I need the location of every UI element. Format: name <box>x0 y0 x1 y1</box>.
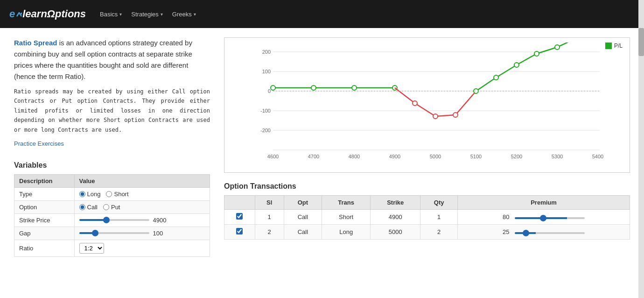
col-qty: Qty <box>420 196 458 210</box>
gap-slider-container: 100 <box>79 230 205 237</box>
gap-desc: Gap <box>14 227 75 240</box>
scrollbar[interactable] <box>638 0 644 266</box>
svg-text:100: 100 <box>262 69 271 74</box>
svg-text:4800: 4800 <box>349 154 360 159</box>
nav-greeks-arrow: ▾ <box>194 12 196 17</box>
strike-slider-container: 4900 <box>79 217 205 224</box>
strategy-desc: Ratio spreads may be created by using ei… <box>14 87 210 135</box>
row2-premium-value: 25 <box>503 228 509 235</box>
nav-basics-label: Basics <box>100 11 118 18</box>
legend-label: P/L <box>614 43 623 49</box>
row1-premium-slider[interactable] <box>515 217 585 219</box>
svg-text:4900: 4900 <box>389 154 400 159</box>
svg-text:5200: 5200 <box>511 154 522 159</box>
svg-text:5000: 5000 <box>430 154 441 159</box>
strategy-title: Ratio Spread is an advanced options stra… <box>14 37 210 82</box>
row1-opt: Call <box>284 210 322 225</box>
nav-basics[interactable]: Basics ▾ <box>100 11 122 18</box>
legend-box <box>605 43 612 49</box>
gap-value: 100 <box>74 227 210 240</box>
transactions-table: Sl Opt Trans Strike Qty Premium 1 Call S… <box>224 195 630 240</box>
svg-text:0: 0 <box>268 88 271 94</box>
strike-slider[interactable] <box>79 219 149 221</box>
nav-greeks-label: Greeks <box>172 11 192 18</box>
nav-basics-arrow: ▾ <box>119 12 122 17</box>
svg-point-27 <box>453 113 458 117</box>
svg-text:200: 200 <box>262 49 271 55</box>
svg-point-31 <box>534 51 539 56</box>
row2-qty: 2 <box>420 225 458 240</box>
svg-text:4700: 4700 <box>308 154 319 159</box>
option-value: Call Put <box>74 200 210 213</box>
nav-strategies[interactable]: Strategies ▾ <box>131 11 163 18</box>
nav-menu: Basics ▾ Strategies ▾ Greeks ▾ <box>100 11 196 18</box>
table-row: Ratio 1:2 1:3 2:1 3:1 <box>14 240 210 256</box>
svg-point-21 <box>271 85 275 90</box>
row1-qty: 1 <box>420 210 458 225</box>
nav-strategies-arrow: ▾ <box>161 12 163 17</box>
row2-opt: Call <box>284 225 322 240</box>
left-panel: Ratio Spread is an advanced options stra… <box>14 37 210 257</box>
practice-link[interactable]: Practice Exercises <box>14 140 210 147</box>
col-opt: Opt <box>284 196 322 210</box>
option-put-label[interactable]: Put <box>103 204 120 211</box>
nav-strategies-label: Strategies <box>131 11 159 18</box>
col-value: Value <box>74 174 210 187</box>
row2-checkbox[interactable] <box>236 228 243 234</box>
svg-text:4600: 4600 <box>267 154 279 159</box>
type-long-label[interactable]: Long <box>79 191 101 198</box>
col-description: Description <box>14 174 75 187</box>
chart-legend: P/L <box>605 43 623 49</box>
option-call-radio[interactable] <box>79 204 85 210</box>
row2-strike: 5000 <box>371 225 420 240</box>
scrollbar-thumb[interactable] <box>638 28 644 56</box>
main-content: Ratio Spread is an advanced options stra… <box>0 28 644 266</box>
logo-text: e learnΩptions <box>9 8 86 20</box>
row1-checkbox[interactable] <box>236 213 243 220</box>
table-row: 1 Call Short 4900 1 80 <box>224 210 630 225</box>
type-short-radio[interactable] <box>106 191 112 197</box>
right-panel: P/L 200 100 0 -100 -200 4600 4700 4800 <box>224 37 630 257</box>
title-highlight: Ratio Spread <box>14 39 57 47</box>
table-row: Type Long Short <box>14 187 210 200</box>
svg-point-32 <box>555 45 560 50</box>
strike-desc: Strike Price <box>14 213 75 227</box>
option-desc: Option <box>14 200 75 213</box>
variables-title: Variables <box>14 161 210 170</box>
table-row: Option Call Put <box>14 200 210 213</box>
nav-greeks[interactable]: Greeks ▾ <box>172 11 196 18</box>
row2-trans: Long <box>322 225 371 240</box>
chart-svg: 200 100 0 -100 -200 4600 4700 4800 4900 … <box>248 43 625 159</box>
table-row: Strike Price 4900 <box>14 213 210 227</box>
table-row: Gap 100 <box>14 227 210 240</box>
col-check <box>224 196 255 210</box>
row1-strike: 4900 <box>371 210 420 225</box>
col-trans: Trans <box>322 196 371 210</box>
logo[interactable]: e learnΩptions <box>9 8 86 20</box>
type-short-label[interactable]: Short <box>106 191 128 198</box>
svg-point-26 <box>433 114 438 119</box>
option-put-radio[interactable] <box>103 204 109 210</box>
row1-check <box>224 210 255 225</box>
logo-e: e <box>9 8 15 20</box>
svg-point-22 <box>311 85 316 90</box>
svg-text:5300: 5300 <box>552 154 563 159</box>
gap-slider[interactable] <box>79 232 149 234</box>
row1-premium-value: 80 <box>503 213 509 220</box>
row2-premium: 25 <box>458 225 630 240</box>
chart-container: P/L 200 100 0 -100 -200 4600 4700 4800 <box>224 37 630 173</box>
table-row: 2 Call Long 5000 2 25 <box>224 225 630 240</box>
strike-slider-value: 4900 <box>153 217 167 224</box>
row2-sl: 2 <box>255 225 284 240</box>
row2-premium-slider[interactable] <box>515 232 585 234</box>
type-long-radio[interactable] <box>79 191 85 197</box>
option-call-label[interactable]: Call <box>79 204 98 211</box>
ratio-select[interactable]: 1:2 1:3 2:1 3:1 <box>79 243 104 254</box>
row2-check <box>224 225 255 240</box>
row1-premium: 80 <box>458 210 630 225</box>
svg-text:5400: 5400 <box>592 154 603 159</box>
svg-point-30 <box>514 63 519 67</box>
ratio-desc: Ratio <box>14 240 75 256</box>
gap-slider-value: 100 <box>153 230 167 237</box>
option-radio-group: Call Put <box>79 204 205 211</box>
